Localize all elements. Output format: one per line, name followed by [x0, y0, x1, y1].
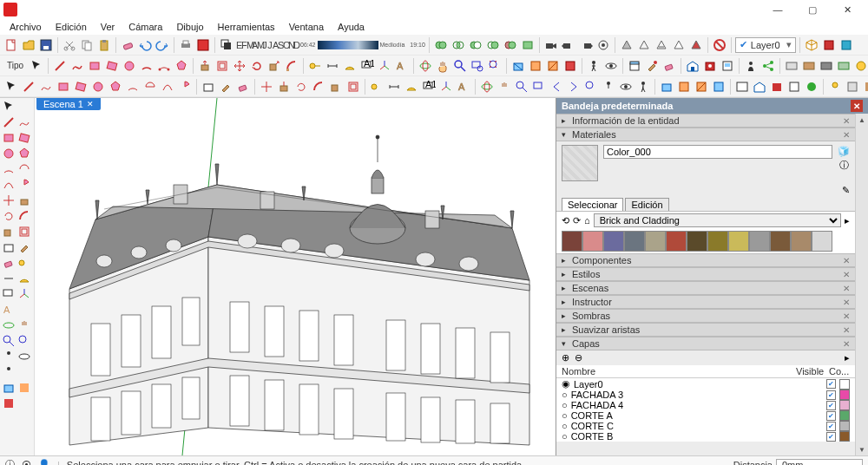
- lr-push-icon[interactable]: [17, 193, 31, 207]
- r3-pushpull-icon[interactable]: [276, 79, 292, 95]
- lr-secfill-icon[interactable]: [2, 396, 16, 410]
- lr-free-icon[interactable]: [17, 115, 31, 129]
- layer-row[interactable]: ◉Layer0✔: [556, 378, 855, 390]
- create-material-icon[interactable]: 🧊: [838, 145, 850, 157]
- no-symbol-icon[interactable]: [712, 37, 727, 53]
- zoom-icon[interactable]: [452, 58, 468, 74]
- r3-light-icon[interactable]: [827, 79, 843, 95]
- section-icon[interactable]: [510, 58, 526, 74]
- top-view-icon[interactable]: [821, 37, 837, 53]
- lr-eraser-icon[interactable]: [2, 256, 16, 270]
- lr-rotrect-icon[interactable]: [17, 131, 31, 145]
- model-info-icon[interactable]: [195, 37, 211, 53]
- r3-arc2-icon[interactable]: [142, 79, 158, 95]
- r3-walk-icon[interactable]: [635, 79, 651, 95]
- home-icon[interactable]: ⌂: [584, 215, 590, 226]
- erase-icon[interactable]: [120, 37, 135, 53]
- panel-header-shadows[interactable]: ▸Sombras✕: [556, 309, 855, 323]
- r3-outliner-icon[interactable]: [734, 79, 750, 95]
- r3-next-icon[interactable]: [566, 79, 582, 95]
- menu-ayuda[interactable]: Ayuda: [332, 21, 371, 33]
- r3-section-icon[interactable]: [659, 79, 674, 95]
- solid-subtract-icon[interactable]: [468, 37, 483, 53]
- solid-intersect-icon[interactable]: [450, 37, 466, 53]
- plugin3-icon[interactable]: [819, 58, 834, 74]
- layer-dropdown[interactable]: ✔ Layer0 ▾: [735, 37, 796, 53]
- layer-visible-checkbox[interactable]: ✔: [826, 401, 836, 410]
- camera-next-icon[interactable]: [578, 37, 594, 53]
- cut-icon[interactable]: [62, 37, 77, 53]
- swatch[interactable]: [562, 231, 582, 252]
- warehouse-icon[interactable]: [685, 58, 700, 74]
- panel-header-layers[interactable]: ▾Capas✕: [556, 337, 855, 350]
- person-status-icon[interactable]: 👤: [38, 459, 50, 465]
- print-icon[interactable]: [178, 37, 194, 53]
- r3-zoomext-icon[interactable]: [583, 79, 599, 95]
- menu-edicion[interactable]: Edición: [49, 21, 93, 33]
- r3-circle-icon[interactable]: [90, 79, 106, 95]
- freehand-icon[interactable]: [69, 58, 85, 74]
- layer-active-radio[interactable]: ○: [562, 421, 568, 431]
- layer-color-swatch[interactable]: [839, 400, 850, 410]
- swatch[interactable]: [749, 231, 770, 252]
- person-icon[interactable]: [743, 58, 759, 74]
- lr-zoomext-icon[interactable]: [17, 334, 31, 348]
- r3-arc1-icon[interactable]: [125, 79, 141, 95]
- iso-view-icon[interactable]: [804, 37, 819, 53]
- material-name-input[interactable]: [603, 145, 832, 159]
- lr-prot-icon[interactable]: [17, 272, 31, 285]
- lr-pie-icon[interactable]: [17, 178, 31, 192]
- offset-icon[interactable]: [214, 58, 230, 74]
- r3-zoomwin-icon[interactable]: [531, 79, 547, 95]
- panel-header-scenes[interactable]: ▸Escenas✕: [556, 281, 855, 295]
- shadow-toggle-icon[interactable]: [219, 37, 234, 53]
- arc2-icon[interactable]: [156, 58, 172, 74]
- r3-followme-icon[interactable]: [311, 79, 326, 95]
- minimize-button[interactable]: —: [760, 0, 795, 19]
- panel-header-soften[interactable]: ▸Suavizar aristas✕: [556, 323, 855, 337]
- panel-header-instructor[interactable]: ▸Instructor✕: [556, 295, 855, 309]
- eraser-icon[interactable]: [661, 58, 677, 74]
- swatch[interactable]: [582, 231, 603, 252]
- r3-secdisp-icon[interactable]: [676, 79, 692, 95]
- panel-header-materials[interactable]: ▾Materiales✕: [556, 128, 855, 141]
- tray-close-icon[interactable]: ✕: [851, 100, 863, 112]
- back-edges-icon[interactable]: [636, 37, 652, 53]
- layer-menu-icon[interactable]: ▸: [845, 352, 850, 363]
- rotated-rect-icon[interactable]: [104, 58, 120, 74]
- menu-herramientas[interactable]: Herramientas: [212, 21, 281, 33]
- maximize-button[interactable]: ▢: [795, 0, 830, 19]
- 3dtext-icon[interactable]: A: [394, 58, 410, 74]
- r3-select-icon[interactable]: [3, 79, 19, 95]
- layer-color-swatch[interactable]: [839, 421, 850, 431]
- lr-poly-icon[interactable]: [17, 147, 31, 160]
- lr-offset-icon[interactable]: [17, 225, 31, 239]
- model-viewport[interactable]: [35, 98, 556, 455]
- tab-seleccionar[interactable]: Seleccionar: [562, 198, 623, 211]
- scroll-down-icon[interactable]: ▼: [856, 443, 868, 455]
- pushpull-icon[interactable]: [197, 58, 213, 74]
- lr-arc3-icon[interactable]: [2, 178, 16, 192]
- scene-close-icon[interactable]: ✕: [87, 100, 94, 108]
- open-file-icon[interactable]: [21, 37, 36, 53]
- close-button[interactable]: ✕: [830, 0, 865, 19]
- layer-active-radio[interactable]: ○: [562, 410, 568, 421]
- ext-warehouse-icon[interactable]: [702, 58, 718, 74]
- plugin1-icon[interactable]: [784, 58, 799, 74]
- layer-row[interactable]: ○CORTE C✔: [556, 421, 855, 431]
- swatch[interactable]: [707, 231, 728, 252]
- r3-warehouse-icon[interactable]: [752, 79, 767, 95]
- zoom-extents-icon[interactable]: [487, 58, 503, 74]
- layer-active-radio[interactable]: ○: [562, 431, 568, 442]
- move-icon[interactable]: [232, 58, 247, 74]
- lr-select-icon[interactable]: [2, 100, 16, 114]
- lr-zoom-icon[interactable]: [2, 334, 16, 348]
- scroll-up-icon[interactable]: ▲: [856, 114, 868, 126]
- save-icon[interactable]: [38, 37, 54, 53]
- lr-walk-icon[interactable]: [2, 365, 16, 379]
- orbit-icon[interactable]: [418, 58, 433, 74]
- r3-protractor-icon[interactable]: [404, 79, 419, 95]
- r3-rect-icon[interactable]: [56, 79, 71, 95]
- menu-ventana[interactable]: Ventana: [283, 21, 330, 33]
- menu-ver[interactable]: Ver: [95, 21, 122, 33]
